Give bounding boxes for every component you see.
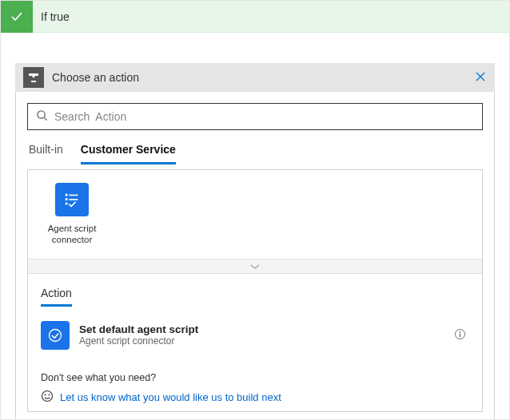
svg-point-13 <box>45 394 46 395</box>
action-section-title: Action <box>41 287 72 307</box>
check-circle-icon <box>41 321 70 350</box>
connector-agent-script[interactable]: Agent script connector <box>41 183 103 246</box>
search-field[interactable] <box>48 109 474 124</box>
connector-label: Agent script connector <box>41 223 103 246</box>
svg-point-10 <box>460 331 461 333</box>
svg-rect-5 <box>66 198 68 200</box>
svg-rect-0 <box>29 73 38 76</box>
info-icon[interactable] <box>451 325 469 346</box>
tab-built-in[interactable]: Built-in <box>29 140 63 164</box>
svg-point-12 <box>42 390 53 401</box>
action-item-title: Set default agent script <box>79 323 451 335</box>
svg-rect-1 <box>31 81 36 82</box>
svg-point-8 <box>50 329 62 341</box>
svg-rect-4 <box>69 195 78 196</box>
action-set-default-agent-script[interactable]: Set default agent script Agent script co… <box>41 318 469 353</box>
svg-rect-3 <box>66 194 68 196</box>
choose-action-header: Choose an action <box>15 63 495 92</box>
list-check-icon <box>55 183 89 216</box>
svg-rect-7 <box>66 203 68 205</box>
if-true-title: If true <box>33 10 70 23</box>
chevron-down-icon <box>250 260 260 272</box>
action-picker-icon <box>23 67 44 88</box>
svg-rect-6 <box>69 199 78 200</box>
svg-point-14 <box>49 394 50 395</box>
svg-rect-11 <box>460 333 460 337</box>
close-button[interactable] <box>474 70 487 85</box>
feedback-link[interactable]: Let us know what you would like us to bu… <box>60 391 281 403</box>
footer-question: Don't see what you need? <box>28 361 482 383</box>
search-icon <box>36 109 48 124</box>
tabs: Built-in Customer Service <box>27 140 483 164</box>
svg-point-2 <box>38 111 45 118</box>
smile-icon <box>41 390 54 405</box>
tab-customer-service[interactable]: Customer Service <box>81 140 176 164</box>
if-true-bar: If true <box>1 1 509 33</box>
check-icon <box>1 1 33 33</box>
panel-title: Choose an action <box>52 71 474 84</box>
expand-connectors[interactable] <box>28 259 482 273</box>
search-input[interactable] <box>27 103 483 130</box>
action-item-subtitle: Agent script connector <box>79 335 451 347</box>
